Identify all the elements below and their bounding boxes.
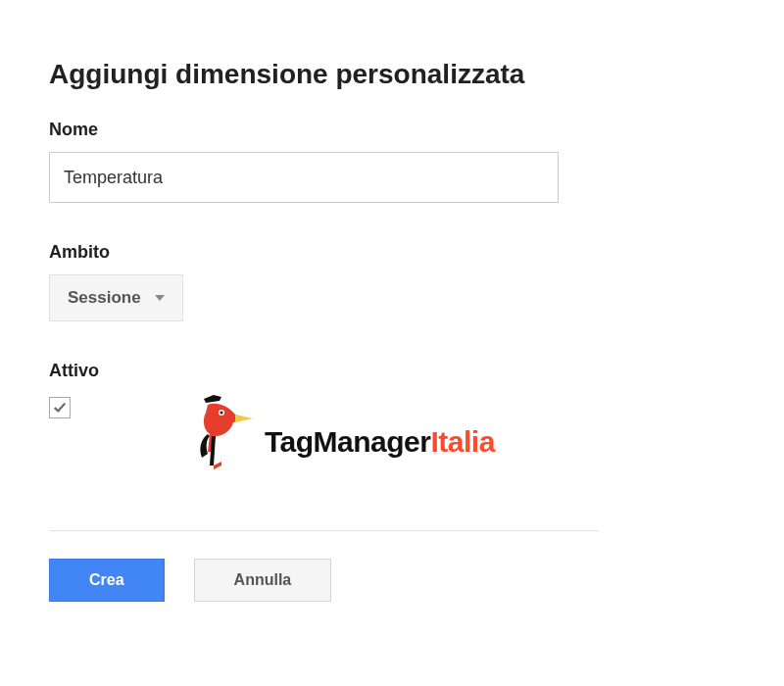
scope-selected: Sessione [68, 288, 141, 308]
active-label: Attivo [49, 361, 735, 381]
scope-dropdown[interactable]: Sessione [49, 274, 183, 321]
logo-main: TagManager [265, 425, 430, 458]
scope-section: Ambito Sessione [49, 242, 735, 321]
create-button[interactable]: Crea [49, 559, 165, 602]
name-label: Nome [49, 120, 735, 140]
cancel-button[interactable]: Annulla [194, 559, 332, 602]
scope-label: Ambito [49, 242, 735, 263]
woodpecker-icon [188, 393, 257, 491]
svg-point-1 [220, 412, 223, 415]
button-row: Crea Annulla [49, 559, 735, 602]
logo-text: TagManagerItalia [265, 425, 495, 459]
name-input[interactable] [49, 152, 559, 203]
page-title: Aggiungi dimensione personalizzata [49, 59, 735, 90]
chevron-down-icon [155, 295, 165, 301]
divider [49, 530, 598, 531]
name-section: Nome [49, 120, 735, 203]
brand-logo: TagManagerItalia [188, 393, 495, 491]
checkmark-icon [53, 401, 67, 415]
active-checkbox[interactable] [49, 397, 71, 418]
logo-accent: Italia [430, 425, 494, 458]
active-section: Attivo TagManagerItalia [49, 361, 735, 491]
